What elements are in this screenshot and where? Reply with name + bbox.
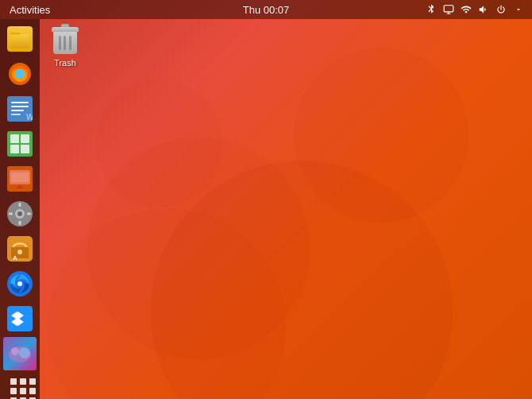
settings-icon [7, 201, 33, 227]
svg-text:A: A [13, 254, 17, 261]
trash-desktop-icon[interactable]: Trash [49, 24, 81, 71]
clock: Thu 00:07 [243, 4, 290, 16]
svg-rect-27 [27, 213, 31, 215]
svg-text:W: W [26, 113, 33, 122]
svg-point-30 [17, 250, 22, 254]
trash-line [69, 36, 71, 50]
tray-dropdown-icon[interactable] [511, 2, 526, 17]
svg-rect-26 [9, 213, 13, 215]
trash-body [53, 32, 77, 54]
dock-item-dropbox[interactable] [3, 302, 37, 335]
svg-rect-10 [11, 110, 24, 111]
dock-item-firefox[interactable] [3, 57, 37, 91]
svg-rect-8 [11, 102, 29, 103]
dock-item-writer[interactable]: W [3, 92, 37, 126]
dock-item-settings[interactable] [3, 197, 37, 230]
power-tray-icon[interactable] [494, 2, 508, 17]
system-tray [424, 2, 526, 17]
activities-button[interactable]: Activities [6, 0, 53, 19]
svg-rect-3 [10, 34, 29, 48]
dock-item-app2[interactable] [3, 267, 37, 300]
svg-rect-9 [11, 106, 29, 107]
display-tray-icon[interactable] [441, 2, 456, 17]
dock-item-calc[interactable] [3, 127, 37, 161]
appstore-icon: A [7, 236, 33, 261]
trash-line [59, 36, 61, 50]
svg-point-43 [19, 347, 30, 358]
svg-rect-21 [11, 172, 29, 182]
sidebar-dock: W [0, 19, 40, 399]
firefox-icon [7, 61, 33, 87]
dropbox-icon [7, 306, 33, 331]
svg-rect-11 [11, 114, 21, 115]
show-apps-icon [7, 375, 33, 399]
calc-icon [7, 131, 33, 157]
trash-label: Trash [54, 58, 76, 68]
svg-rect-34 [7, 306, 33, 331]
network-tray-icon[interactable] [459, 2, 473, 17]
svg-rect-24 [19, 203, 21, 207]
photo-icon [3, 337, 37, 370]
svg-rect-16 [10, 145, 19, 153]
desktop: Activities Thu 00:07 [0, 0, 532, 399]
wallpaper-decoration [95, 79, 222, 207]
svg-rect-0 [444, 6, 453, 12]
dock-item-impress[interactable] [3, 162, 37, 196]
dock-item-photo[interactable] [3, 337, 37, 370]
bluetooth-tray-icon[interactable] [424, 2, 438, 17]
svg-rect-17 [21, 145, 29, 153]
files-icon [7, 26, 33, 52]
trash-icon-visual [52, 27, 78, 56]
svg-rect-25 [19, 221, 21, 225]
svg-rect-15 [21, 134, 29, 143]
dock-item-appstore[interactable]: A [3, 232, 37, 265]
svg-point-42 [11, 347, 19, 355]
svg-point-23 [17, 211, 22, 216]
dock-item-files[interactable] [3, 22, 37, 56]
svg-rect-14 [10, 134, 19, 143]
svg-point-6 [15, 69, 25, 79]
app2-icon [7, 271, 33, 296]
top-panel: Activities Thu 00:07 [0, 0, 532, 19]
volume-tray-icon[interactable] [476, 2, 491, 17]
trash-line [64, 36, 66, 50]
svg-point-33 [17, 281, 22, 286]
wallpaper-decoration [294, 48, 468, 223]
impress-icon [7, 166, 33, 192]
writer-icon: W [7, 96, 33, 122]
dock-show-applications[interactable] [3, 374, 37, 399]
